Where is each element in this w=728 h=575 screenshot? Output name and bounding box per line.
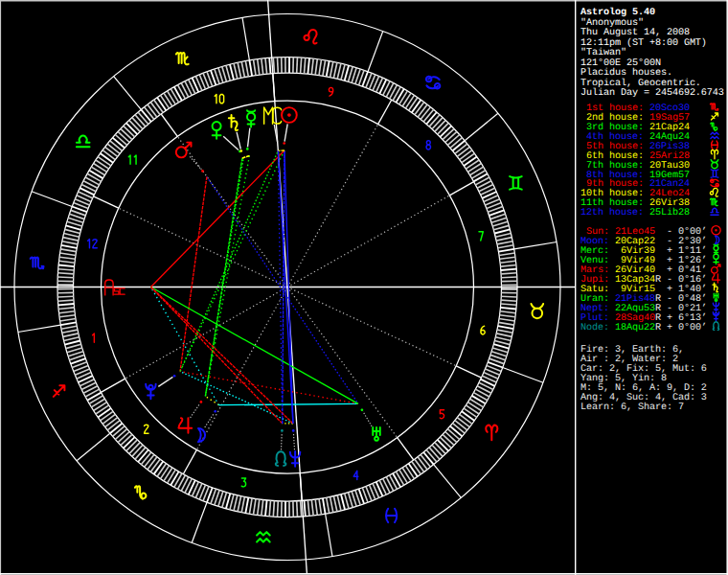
svg-text:Thu August 14, 2008: Thu August 14, 2008 (580, 27, 690, 38)
svg-text:Learn: 6, Share: 7: Learn: 6, Share: 7 (580, 402, 684, 413)
svg-text:"Taiwan": "Taiwan" (580, 47, 626, 58)
svg-text:121°00E 25°00N: 121°00E 25°00N (580, 58, 661, 69)
svg-text:R: R (655, 323, 661, 334)
svg-text:Astrolog 5.40: Astrolog 5.40 (580, 7, 655, 18)
svg-text:25Lib28: 25Lib28 (649, 207, 690, 218)
svg-text:Placidus houses.: Placidus houses. (580, 67, 672, 79)
svg-text:R: R (655, 275, 661, 286)
svg-text:12:11pm (ST +8:00 GMT): 12:11pm (ST +8:00 GMT) (580, 37, 707, 49)
svg-text:Tropical, Geocentric.: Tropical, Geocentric. (580, 78, 701, 89)
svg-text:Node:: Node: (580, 322, 609, 334)
svg-text:12th house:: 12th house: (580, 207, 644, 218)
svg-text:Julian Day = 2454692.6743: Julian Day = 2454692.6743 (580, 87, 724, 99)
svg-text:+ 0°00’: + 0°00’ (667, 322, 707, 334)
svg-text:"Anonymous": "Anonymous" (580, 17, 644, 29)
svg-text:18Aqu22: 18Aqu22 (615, 323, 655, 334)
